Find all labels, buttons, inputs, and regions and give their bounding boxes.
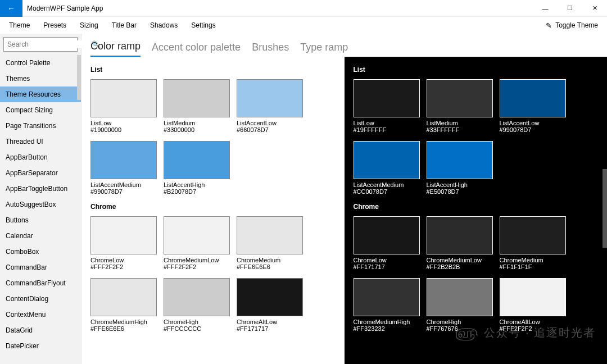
- swatch-name: ChromeHigh: [164, 319, 230, 325]
- menu-shadows[interactable]: Shadows: [146, 19, 182, 31]
- menu-bar: Theme Presets Sizing Title Bar Shadows S…: [0, 17, 607, 34]
- nav-item-appbarbutton[interactable]: AppBarButton: [0, 149, 81, 165]
- nav-item-control-palette[interactable]: Control Palette: [0, 55, 81, 71]
- swatch-hex: #E50078D7: [427, 188, 493, 195]
- swatch-hex: #FFF2F2F2: [164, 263, 230, 270]
- minimize-icon: —: [542, 5, 549, 12]
- swatch-hex: #FF323232: [354, 325, 420, 332]
- nav-item-appbarseparator[interactable]: AppBarSeparator: [0, 165, 81, 181]
- edit-icon: ✎: [546, 21, 552, 30]
- nav-item-commandbarflyout[interactable]: CommandBarFlyout: [0, 275, 81, 291]
- swatch-box: [164, 79, 230, 117]
- swatch: ChromeHigh#FF767676: [427, 278, 493, 332]
- swatch-name: ListMedium: [427, 120, 493, 126]
- tab-accent-palette[interactable]: Accent color palette: [152, 42, 241, 57]
- swatch-hex: #19000000: [90, 126, 157, 133]
- nav-item-datepicker[interactable]: DatePicker: [0, 338, 81, 354]
- sidebar-scrollbar-thumb[interactable]: [77, 55, 81, 100]
- swatch: ChromeMediumHigh#FFE6E6E6: [90, 278, 157, 332]
- nav-item-threaded-ui[interactable]: Threaded UI: [0, 134, 81, 149]
- dark-panel-scrollbar-thumb[interactable]: [603, 169, 607, 248]
- search-box[interactable]: 🔍: [3, 37, 78, 52]
- menu-theme[interactable]: Theme: [4, 19, 34, 31]
- minimize-button[interactable]: —: [533, 0, 558, 17]
- tab-color-ramp[interactable]: Color ramp: [90, 40, 141, 57]
- swatch-hex: #660078D7: [237, 126, 303, 133]
- nav-item-appbartogglebutton[interactable]: AppBarToggleButton: [0, 181, 81, 197]
- nav-item-theme-resources[interactable]: Theme Resources: [0, 87, 81, 102]
- swatch-row: ListAccentMedium#990078D7ListAccentHigh#…: [90, 141, 336, 195]
- close-button[interactable]: ✕: [582, 0, 607, 17]
- swatch: ChromeHigh#FFCCCCCC: [164, 278, 230, 332]
- swatch-box: [427, 216, 493, 254]
- swatch-hex: #CC0078D7: [354, 188, 420, 195]
- swatch-hex: #FF1F1F1F: [500, 263, 566, 270]
- swatch-box: [354, 216, 420, 254]
- swatch-name: ChromeMedium: [500, 257, 566, 263]
- toggle-theme-label: Toggle Theme: [555, 21, 598, 29]
- swatch-box: [427, 278, 493, 316]
- maximize-button[interactable]: ☐: [558, 0, 582, 17]
- swatch-hex: #33000000: [164, 126, 230, 133]
- dark-panel-scrollbar[interactable]: [603, 57, 607, 364]
- swatch: ListAccentMedium#CC0078D7: [354, 141, 420, 195]
- swatch: ListLow#19000000: [90, 79, 157, 133]
- swatch-box: [354, 79, 420, 117]
- swatch-name: ChromeMediumLow: [164, 257, 230, 263]
- back-arrow-icon: ←: [7, 4, 15, 13]
- swatch: ChromeLow#FFF2F2F2: [90, 216, 157, 270]
- nav-item-compact-sizing[interactable]: Compact Sizing: [0, 102, 81, 118]
- swatch-row: ChromeMediumHigh#FF323232ChromeHigh#FF76…: [354, 278, 599, 332]
- nav-item-commandbar[interactable]: CommandBar: [0, 260, 81, 275]
- close-icon: ✕: [592, 4, 597, 12]
- menu-titlebar[interactable]: Title Bar: [107, 19, 141, 31]
- menu-presets[interactable]: Presets: [39, 19, 71, 31]
- nav-item-buttons[interactable]: Buttons: [0, 212, 81, 228]
- swatch: ListMedium#33000000: [164, 79, 230, 133]
- light-panel: ListListLow#19000000ListMedium#33000000L…: [81, 57, 345, 364]
- tab-brushes[interactable]: Brushes: [252, 42, 289, 57]
- nav-item-autosuggestbox[interactable]: AutoSuggestBox: [0, 197, 81, 212]
- swatch-box: [164, 141, 230, 179]
- swatch-name: ListLow: [354, 120, 420, 126]
- swatch-box: [500, 216, 566, 254]
- nav-item-page-transitions[interactable]: Page Transitions: [0, 118, 81, 134]
- swatch-name: ChromeMediumHigh: [354, 319, 420, 325]
- section-title: List: [90, 66, 336, 74]
- search-input[interactable]: [7, 40, 92, 48]
- tab-type-ramp[interactable]: Type ramp: [300, 42, 348, 57]
- dark-panel: ௵ 公众号 · 追逐时光者 ListListLow#19FFFFFFListMe…: [345, 57, 608, 364]
- swatch-row: ListLow#19FFFFFFListMedium#33FFFFFFListA…: [354, 79, 599, 133]
- swatch-row: ChromeLow#FF171717ChromeMediumLow#FF2B2B…: [354, 216, 599, 270]
- swatch-name: ListAccentMedium: [354, 181, 420, 188]
- swatch: ListAccentLow#990078D7: [500, 79, 566, 133]
- swatch-name: ListAccentHigh: [427, 181, 493, 188]
- swatch-row: ListLow#19000000ListMedium#33000000ListA…: [90, 79, 336, 133]
- nav-item-combobox[interactable]: ComboBox: [0, 244, 81, 260]
- swatch-name: ListMedium: [164, 120, 230, 126]
- swatch-box: [500, 79, 566, 117]
- back-button[interactable]: ←: [0, 0, 22, 17]
- toggle-theme-button[interactable]: ✎ Toggle Theme: [541, 19, 603, 32]
- menu-settings[interactable]: Settings: [187, 19, 220, 31]
- nav-item-contextmenu[interactable]: ContextMenu: [0, 307, 81, 322]
- swatch-box: [237, 79, 303, 117]
- swatch-box: [90, 141, 157, 179]
- nav-item-contentdialog[interactable]: ContentDialog: [0, 291, 81, 307]
- sidebar: 🔍 ⌃ Control PaletteThemesTheme Resources…: [0, 34, 81, 364]
- menu-sizing[interactable]: Sizing: [75, 19, 103, 31]
- section-title: Chrome: [354, 203, 599, 211]
- swatch-box: [237, 216, 303, 254]
- swatch-name: ChromeHigh: [427, 319, 493, 325]
- sidebar-scrollbar[interactable]: [77, 55, 81, 364]
- swatch-hex: #B20078D7: [164, 188, 230, 195]
- swatch-hex: #FF2B2B2B: [427, 263, 493, 270]
- nav-item-calendar[interactable]: Calendar: [0, 228, 81, 244]
- swatch-box: [427, 79, 493, 117]
- swatch-hex: #19FFFFFF: [354, 126, 420, 133]
- nav-item-themes[interactable]: Themes: [0, 71, 81, 87]
- nav-item-datagrid[interactable]: DataGrid: [0, 322, 81, 338]
- swatch: ListAccentHigh#B20078D7: [164, 141, 230, 195]
- swatch: ChromeLow#FF171717: [354, 216, 420, 270]
- swatch-box: [90, 79, 157, 117]
